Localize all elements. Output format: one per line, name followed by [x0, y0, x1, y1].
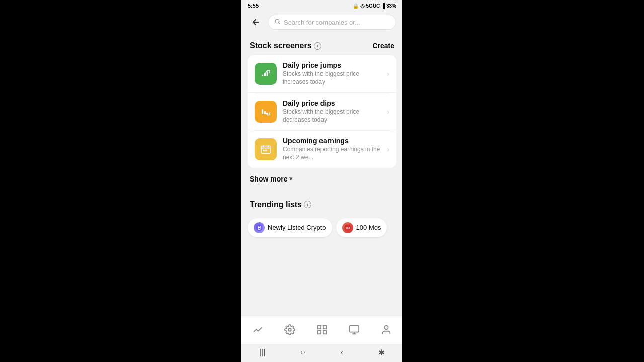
trending-lists-title: Trending lists i — [250, 200, 311, 209]
android-extra-button[interactable]: ✱ — [378, 348, 385, 357]
newly-listed-crypto-icon — [254, 222, 265, 233]
info-icon[interactable]: i — [314, 42, 321, 50]
svg-rect-14 — [318, 326, 321, 329]
upcoming-earnings-icon — [255, 138, 277, 160]
nav-item-chart[interactable] — [248, 322, 267, 340]
svg-rect-4 — [262, 109, 263, 114]
daily-price-jumps-name: Daily price jumps — [283, 61, 381, 69]
newly-listed-crypto-label: Newly Listed Crypto — [268, 224, 326, 231]
chart-nav-icon — [252, 324, 263, 338]
svg-rect-3 — [267, 71, 268, 76]
show-more-chevron-icon: ▾ — [289, 175, 292, 183]
android-home-button[interactable]: ○ — [300, 348, 305, 357]
daily-price-dips-text: Daily price dips Stocks with the biggest… — [283, 99, 381, 124]
trending-info-icon[interactable]: i — [304, 201, 311, 208]
back-button[interactable] — [248, 14, 264, 30]
status-time: 5:55 — [248, 3, 259, 9]
nav-item-profile[interactable] — [377, 322, 396, 340]
upcoming-earnings-desc: Companies reporting earnings in the next… — [283, 146, 381, 161]
trending-lists-section: Trending lists i Newly Listed Crypto — [242, 187, 403, 243]
phone-screen: 5:55 🔒 ◎ 5GUC ▐ 33% Search for companies… — [242, 0, 403, 362]
settings-nav-icon — [284, 324, 295, 338]
trending-lists-title-text: Trending lists — [250, 200, 302, 209]
bottom-nav — [242, 316, 403, 344]
stock-screeners-title: Stock screeners i — [250, 41, 321, 50]
daily-price-dips-icon — [255, 101, 277, 123]
android-back-button[interactable]: ‹ — [341, 348, 343, 357]
svg-text:100: 100 — [345, 226, 350, 229]
status-icons: 🔒 ◎ 5GUC ▐ 33% — [353, 3, 396, 9]
screener-item-daily-price-dips[interactable]: Daily price dips Stocks with the biggest… — [248, 93, 396, 130]
daily-price-jumps-icon — [255, 63, 277, 85]
portfolio-nav-icon — [316, 324, 328, 338]
svg-point-19 — [384, 326, 388, 329]
svg-rect-16 — [318, 331, 321, 334]
search-placeholder: Search for companies or... — [284, 19, 360, 26]
screener-item-daily-price-jumps[interactable]: Daily price jumps Stocks with the bigges… — [248, 55, 396, 93]
screen-nav-icon — [349, 324, 360, 338]
svg-rect-1 — [262, 74, 263, 76]
stock-screeners-title-text: Stock screeners — [250, 41, 312, 50]
search-bar[interactable]: Search for companies or... — [268, 15, 396, 30]
svg-point-13 — [288, 328, 291, 331]
chevron-right-icon-earnings: › — [387, 145, 389, 153]
daily-price-dips-desc: Stocks with the biggest price decreases … — [283, 108, 381, 124]
trending-chip-100-most[interactable]: 100 100 Mos — [336, 218, 387, 237]
search-icon — [274, 18, 281, 26]
svg-rect-9 — [265, 150, 267, 151]
100-most-icon: 100 — [342, 222, 353, 233]
daily-price-jumps-desc: Stocks with the biggest price increases … — [283, 70, 381, 86]
top-nav: Search for companies or... — [242, 11, 403, 33]
svg-rect-17 — [323, 331, 326, 334]
nav-item-screen[interactable] — [345, 322, 364, 340]
daily-price-jumps-text: Daily price jumps Stocks with the bigges… — [283, 61, 381, 86]
create-button[interactable]: Create — [372, 42, 394, 50]
android-menu-button[interactable]: ||| — [259, 348, 265, 357]
daily-price-dips-name: Daily price dips — [283, 99, 381, 107]
svg-point-0 — [275, 19, 279, 23]
stock-screeners-header: Stock screeners i Create — [242, 33, 403, 55]
svg-rect-18 — [350, 326, 359, 332]
upcoming-earnings-name: Upcoming earnings — [283, 137, 381, 145]
upcoming-earnings-text: Upcoming earnings Companies reporting ea… — [283, 137, 381, 161]
trending-chip-newly-listed-crypto[interactable]: Newly Listed Crypto — [248, 218, 332, 237]
show-more-button[interactable]: Show more ▾ — [242, 168, 403, 187]
svg-rect-8 — [263, 150, 264, 151]
show-more-label: Show more — [250, 175, 287, 183]
chevron-right-icon-dips: › — [387, 108, 389, 116]
trending-lists-header: Trending lists i — [242, 192, 403, 214]
svg-rect-15 — [323, 326, 326, 329]
chevron-right-icon-jumps: › — [387, 70, 389, 78]
nav-item-portfolio[interactable] — [312, 322, 332, 340]
100-most-label: 100 Mos — [356, 224, 381, 231]
status-bar: 5:55 🔒 ◎ 5GUC ▐ 33% — [242, 0, 403, 11]
trending-chips: Newly Listed Crypto 100 100 Mos — [242, 214, 403, 241]
android-nav-bar: ||| ○ ‹ ✱ — [242, 344, 403, 362]
profile-nav-icon — [381, 324, 392, 338]
screener-list: Daily price jumps Stocks with the bigges… — [248, 55, 396, 168]
nav-item-settings[interactable] — [280, 322, 299, 340]
screener-item-upcoming-earnings[interactable]: Upcoming earnings Companies reporting ea… — [248, 131, 396, 167]
main-content: Stock screeners i Create — [242, 33, 403, 316]
